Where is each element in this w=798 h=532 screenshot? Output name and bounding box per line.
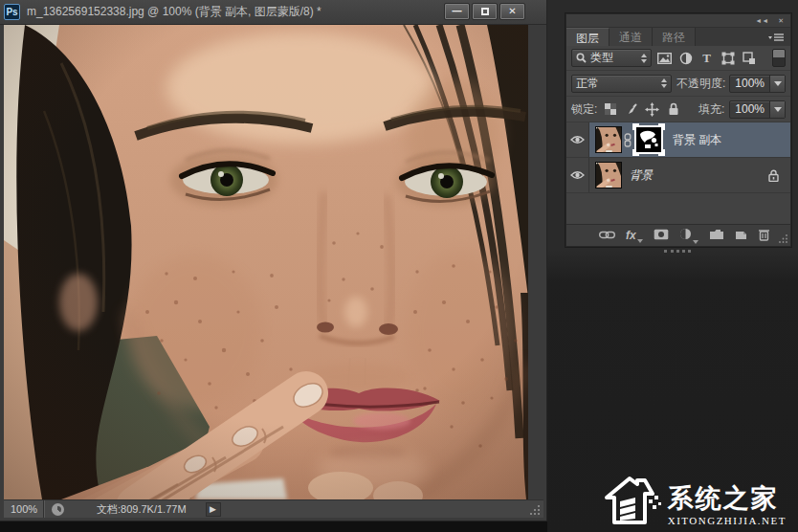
blend-mode-select[interactable]: 正常 <box>571 75 672 93</box>
select-arrows-icon <box>661 78 667 88</box>
layer-name[interactable]: 背景 副本 <box>673 132 721 148</box>
layer-mask-image <box>636 127 661 152</box>
visibility-toggle[interactable] <box>566 158 589 192</box>
mask-link[interactable] <box>622 133 632 147</box>
layer-filter-row: 类型 T <box>566 46 790 71</box>
blend-mode-value: 正常 <box>576 76 599 92</box>
document-canvas[interactable] <box>4 25 528 499</box>
maximize-icon <box>481 8 489 15</box>
text-filter-icon: T <box>700 52 713 64</box>
status-bar: 100% 文档:809.7K/1.77M ▶ <box>4 499 543 518</box>
watermark-title: 系统之家 <box>668 486 779 512</box>
panel-drag-handle[interactable] <box>664 250 691 253</box>
filter-type-label: 类型 <box>590 50 613 66</box>
link-icon <box>599 231 615 239</box>
lock-transparency-button[interactable] <box>602 101 618 118</box>
panel-header-bar: ◄◄ ✕ <box>566 14 790 28</box>
add-layer-mask-button[interactable] <box>654 229 669 243</box>
new-group-button[interactable] <box>709 229 724 243</box>
fill-field[interactable]: 100% <box>729 100 786 119</box>
layer-list: 背景 副本 <box>566 122 790 224</box>
panel-resize-grip[interactable] <box>778 233 788 244</box>
delete-layer-button[interactable] <box>758 228 770 244</box>
zoom-level-field[interactable]: 100% <box>4 500 44 518</box>
minimize-button[interactable]: — <box>444 3 470 20</box>
eye-icon <box>570 135 585 144</box>
chevron-down-icon <box>693 240 698 244</box>
layer-name[interactable]: 背景 <box>630 167 653 184</box>
status-clock-icon <box>52 503 64 516</box>
lock-label: 锁定: <box>571 101 597 118</box>
layer-thumbnail-image <box>596 163 621 188</box>
panel-menu-icon <box>767 32 785 43</box>
visibility-toggle[interactable] <box>566 122 589 157</box>
tab-channels[interactable]: 通道 <box>610 28 653 46</box>
panel-menu-button[interactable] <box>767 28 790 46</box>
photoshop-app: Ps m_1362569152338.jpg @ 100% (背景 副本, 图层… <box>0 0 798 532</box>
tab-layers[interactable]: 图层 <box>566 28 610 46</box>
layer-thumbnail[interactable] <box>595 126 622 153</box>
adjustment-filter-icon <box>679 52 693 65</box>
watermark-domain: XITONGZHIJIA.NET <box>668 516 787 526</box>
layer-row-background[interactable]: 背景 <box>566 158 790 193</box>
chevron-down-icon <box>774 107 782 112</box>
brush-icon <box>625 102 638 116</box>
portrait-photo <box>4 25 528 499</box>
close-button[interactable]: ✕ <box>499 3 525 20</box>
layer-row-background-copy[interactable]: 背景 副本 <box>566 122 790 158</box>
filter-pixel-layers-button[interactable] <box>656 50 673 66</box>
chevron-down-icon <box>637 239 643 243</box>
new-adjustment-layer-button[interactable] <box>679 228 698 243</box>
search-icon <box>576 53 587 63</box>
document-titlebar[interactable]: Ps m_1362569152338.jpg @ 100% (背景 副本, 图层… <box>0 0 546 25</box>
document-size-info: 文档:809.7K/1.77M <box>97 502 187 517</box>
lock-pixels-button[interactable] <box>623 101 639 118</box>
opacity-field[interactable]: 100% <box>729 75 786 93</box>
layer-mask-selected-frame <box>632 123 665 156</box>
window-resize-grip[interactable] <box>529 504 541 516</box>
site-watermark: 系统之家 XITONGZHIJIA.NET <box>603 473 787 526</box>
move-icon <box>645 102 659 117</box>
filter-type-select[interactable]: 类型 <box>571 49 652 67</box>
lock-position-button[interactable] <box>644 101 660 118</box>
layer-locked-badge <box>768 169 779 182</box>
select-arrows-icon <box>641 54 647 63</box>
tab-paths[interactable]: 路径 <box>653 28 696 46</box>
trash-icon <box>758 228 770 241</box>
smart-object-filter-icon <box>743 52 756 65</box>
zoom-level: 100% <box>11 503 37 515</box>
layer-thumbnail[interactable] <box>595 162 622 188</box>
opacity-dropdown-button[interactable] <box>769 76 785 92</box>
collapse-panel-icon[interactable]: ◄◄ <box>755 17 768 24</box>
checkerboard-icon <box>605 103 616 115</box>
layer-style-button[interactable]: fx <box>626 229 643 242</box>
fill-label: 填充: <box>698 101 724 118</box>
folder-icon <box>709 229 724 240</box>
status-options-button[interactable]: ▶ <box>206 502 221 517</box>
filter-shape-layers-button[interactable] <box>720 50 736 66</box>
layer-mask-thumbnail[interactable] <box>634 125 663 154</box>
svg-text:T: T <box>702 52 711 64</box>
image-filter-icon <box>657 53 672 64</box>
maximize-button[interactable] <box>472 3 498 20</box>
close-panel-icon[interactable]: ✕ <box>778 17 784 24</box>
new-layer-icon <box>735 228 747 240</box>
filter-toggle-switch[interactable] <box>772 49 786 67</box>
link-layers-button[interactable] <box>599 229 615 242</box>
photoshop-file-icon: Ps <box>4 4 20 20</box>
chevron-down-icon <box>774 81 782 86</box>
lock-icon <box>768 169 779 182</box>
new-layer-button[interactable] <box>735 228 747 243</box>
add-mask-icon <box>654 229 669 240</box>
filter-smart-objects-button[interactable] <box>741 50 757 66</box>
fill-value: 100% <box>730 102 769 116</box>
fill-dropdown-button[interactable] <box>769 101 785 118</box>
panel-tabs: 图层 通道 路径 <box>566 28 790 46</box>
filter-adjustment-layers-button[interactable] <box>677 50 694 66</box>
watermark-house-logo <box>603 473 662 526</box>
layer-thumbnail-image <box>596 127 621 152</box>
lock-all-button[interactable] <box>665 101 681 118</box>
filter-type-layers-button[interactable]: T <box>698 50 715 66</box>
shape-filter-icon <box>721 52 735 65</box>
chain-link-icon <box>624 133 632 147</box>
